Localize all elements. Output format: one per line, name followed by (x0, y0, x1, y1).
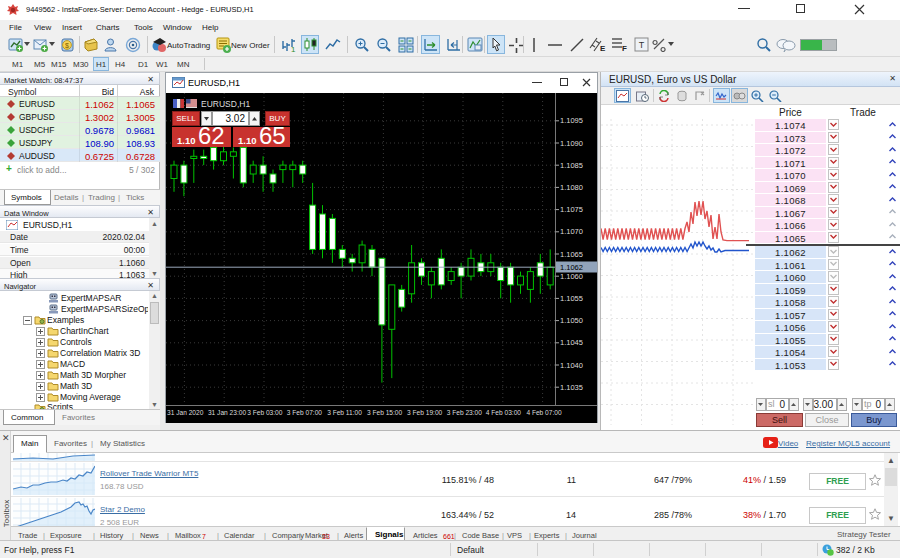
svg-text:1.1065: 1.1065 (560, 250, 583, 259)
svg-text:1.1060: 1.1060 (560, 272, 583, 281)
svg-text:1.1062: 1.1062 (560, 263, 583, 272)
svg-text:3 Feb 23:00: 3 Feb 23:00 (447, 409, 483, 416)
svg-text:31 Jan 23:00: 31 Jan 23:00 (208, 409, 246, 416)
svg-text:3 Feb 07:00: 3 Feb 07:00 (287, 409, 323, 416)
svg-text:1.1035: 1.1035 (560, 383, 583, 392)
svg-text:1.1090: 1.1090 (560, 139, 583, 148)
svg-text:4 Feb 03:00: 4 Feb 03:00 (486, 409, 522, 416)
svg-text:1.1075: 1.1075 (560, 205, 583, 214)
svg-text:4 Feb 07:00: 4 Feb 07:00 (526, 409, 562, 416)
svg-text:3 Feb 19:00: 3 Feb 19:00 (407, 409, 443, 416)
svg-text:1.1050: 1.1050 (560, 316, 583, 325)
svg-text:1.1095: 1.1095 (560, 116, 583, 125)
svg-text:E: E (600, 44, 606, 53)
svg-text:1.1070: 1.1070 (560, 227, 583, 236)
svg-text:$: $ (65, 42, 69, 49)
svg-text:T: T (639, 40, 645, 50)
svg-text:1.1080: 1.1080 (560, 183, 583, 192)
svg-text:1.1040: 1.1040 (560, 361, 583, 370)
svg-text:31 Jan 2020: 31 Jan 2020 (167, 409, 204, 416)
svg-text:3 Feb 15:00: 3 Feb 15:00 (367, 409, 403, 416)
svg-text:3 Feb 03:00: 3 Feb 03:00 (247, 409, 283, 416)
svg-text:3 Feb 11:00: 3 Feb 11:00 (327, 409, 362, 416)
svg-text:1.1055: 1.1055 (560, 294, 583, 303)
svg-text:F: F (622, 44, 627, 53)
svg-text:1.1085: 1.1085 (560, 161, 583, 170)
svg-text:1.1045: 1.1045 (560, 338, 583, 347)
svg-text:1: 1 (291, 45, 296, 53)
